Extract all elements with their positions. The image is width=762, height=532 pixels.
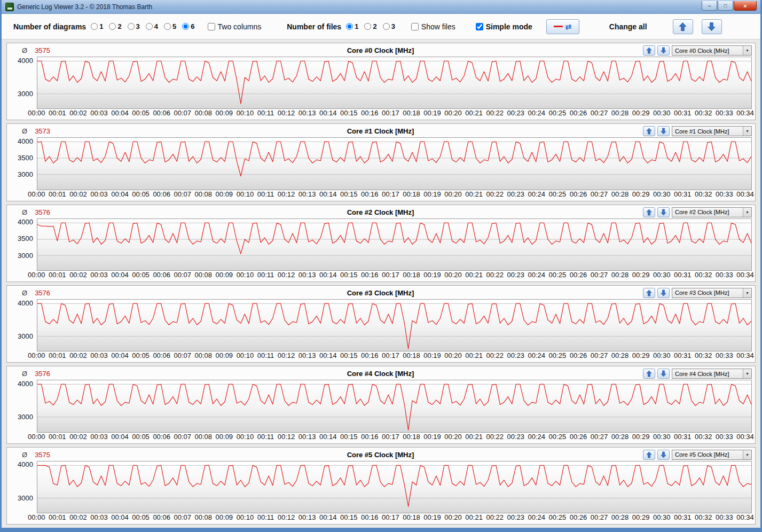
x-axis-tick-label: 00:21 [465,190,483,199]
move-signal-up-button[interactable] [643,45,655,56]
radio-diagrams-1-input[interactable] [91,23,98,30]
minimize-button[interactable]: – [702,1,717,11]
two-columns-option[interactable]: Two columns [208,22,262,31]
chart-plot [37,218,752,271]
radio-diagrams-5[interactable]: 5 [164,22,176,30]
x-axis-tick-label: 00:00 [28,351,45,361]
x-axis-tick-label: 00:09 [216,433,233,442]
x-axis-tick-label: 00:34 [736,109,754,118]
radio-files-2-input[interactable] [364,23,371,30]
move-signal-down-button[interactable] [657,126,670,136]
x-axis-tick-label: 00:11 [257,109,274,118]
signal-select-combobox[interactable]: Core #3 Clock [MHz] ▼ [672,288,752,298]
move-signal-up-button[interactable] [643,207,655,217]
x-axis-tick-label: 00:30 [653,513,671,522]
title-bar[interactable]: Generic Log Viewer 3.2 - © 2018 Thomas B… [2,0,760,14]
simple-mode-checkbox[interactable] [476,23,483,30]
radio-diagrams-6[interactable]: 6 [182,22,194,30]
chart-plot [37,299,752,351]
x-axis-tick-label: 00:32 [695,351,712,361]
radio-diagrams-3-input[interactable] [128,23,135,30]
change-all-up-button[interactable] [673,19,693,34]
x-axis-tick-label: 00:04 [111,271,129,280]
two-columns-checkbox[interactable] [208,23,215,30]
show-files-option[interactable]: Show files [411,22,455,31]
x-axis-tick-label: 00:24 [528,109,546,118]
move-signal-down-button[interactable] [657,45,670,56]
x-axis-tick-label: 00:29 [632,433,650,442]
x-axis-tick-label: 00:15 [340,513,358,522]
x-axis-tick-label: 00:12 [278,351,295,361]
radio-files-3[interactable]: 3 [383,22,395,30]
two-columns-label: Two columns [218,22,262,31]
x-axis: 00:0000:0100:0200:0300:0400:0500:0600:07… [28,433,754,442]
y-axis-tick-label: 4000 [18,299,33,307]
line-style-refresh-button[interactable]: ⇄ [546,19,579,34]
radio-files-1[interactable]: 1 [346,22,358,30]
x-axis-tick-label: 00:30 [653,433,671,442]
chart-plot [37,137,752,190]
chevron-down-icon: ▼ [743,450,751,459]
move-signal-down-button[interactable] [657,369,670,379]
move-signal-down-button[interactable] [657,207,670,217]
radio-files-3-input[interactable] [383,23,390,30]
maximize-button[interactable]: □ [718,1,733,11]
move-signal-up-button[interactable] [643,126,655,136]
radio-diagrams-5-input[interactable] [164,23,171,30]
signal-select-combobox[interactable]: Core #4 Clock [MHz] ▼ [672,369,752,379]
combobox-selected-value: Core #4 Clock [MHz] [672,371,743,377]
radio-files-1-input[interactable] [346,23,353,30]
signal-select-combobox[interactable]: Core #2 Clock [MHz] ▼ [672,207,752,217]
radio-diagrams-3[interactable]: 3 [128,22,140,30]
radio-files-2[interactable]: 2 [364,22,376,30]
x-axis-tick-label: 00:28 [611,513,629,522]
x-axis-tick-label: 00:14 [319,351,337,361]
x-axis-tick-label: 00:22 [486,190,504,199]
radio-label: 1 [355,22,358,30]
signal-select-combobox[interactable]: Core #1 Clock [MHz] ▼ [672,126,752,136]
move-signal-up-button[interactable] [643,369,655,379]
x-axis-tick-label: 00:11 [257,351,274,361]
show-files-checkbox[interactable] [411,23,419,30]
x-axis-tick-label: 00:25 [549,351,567,361]
x-axis-tick-label: 00:08 [195,513,213,522]
simple-mode-option[interactable]: Simple mode [476,22,532,31]
radio-diagrams-2[interactable]: 2 [109,22,121,30]
move-signal-down-button[interactable] [657,288,670,298]
radio-diagrams-2-input[interactable] [109,23,116,30]
x-axis-tick-label: 00:34 [736,513,754,522]
move-signal-down-button[interactable] [657,450,670,460]
y-axis-tick-label: 4000 [18,380,33,388]
x-axis-tick-label: 00:06 [153,433,170,442]
move-signal-up-button[interactable] [643,450,655,460]
diagram-header: Ø 3575 Core #0 Clock [MHz] Core #0 Clock… [9,44,752,57]
x-axis-tick-label: 00:19 [423,109,441,118]
radio-diagrams-4-input[interactable] [146,23,153,30]
radio-diagrams-6-input[interactable] [182,23,189,30]
x-axis-tick-label: 00:09 [216,513,233,522]
change-all-down-button[interactable] [702,19,722,34]
x-axis-tick-label: 00:31 [674,513,692,522]
signal-select-combobox[interactable]: Core #0 Clock [MHz] ▼ [672,45,752,56]
x-axis-tick-label: 00:19 [423,271,441,280]
x-axis-tick-label: 00:10 [237,513,254,522]
y-axis: 400035003000 [9,218,37,271]
radio-diagrams-1[interactable]: 1 [91,22,103,30]
radio-diagrams-4[interactable]: 4 [146,22,158,30]
chart-title: Core #0 Clock [MHz] [9,46,752,54]
diagram-controls: Core #4 Clock [MHz] ▼ [643,369,752,379]
x-axis-tick-label: 00:12 [278,271,295,280]
y-axis-tick-label: 4000 [18,460,33,468]
x-axis: 00:0000:0100:0200:0300:0400:0500:0600:07… [28,271,754,280]
x-axis-tick-label: 00:24 [528,513,546,522]
x-axis-tick-label: 00:04 [111,513,129,522]
x-axis-tick-label: 00:20 [444,109,462,118]
x-axis-tick-label: 00:16 [361,190,379,199]
chart-title: Core #3 Clock [MHz] [9,289,752,297]
x-axis-tick-label: 00:01 [49,190,66,199]
move-signal-up-button[interactable] [643,288,655,298]
x-axis-tick-label: 00:02 [69,271,87,280]
close-button[interactable]: × [734,1,757,11]
signal-select-combobox[interactable]: Core #5 Clock [MHz] ▼ [672,450,752,460]
combobox-selected-value: Core #3 Clock [MHz] [672,290,743,296]
